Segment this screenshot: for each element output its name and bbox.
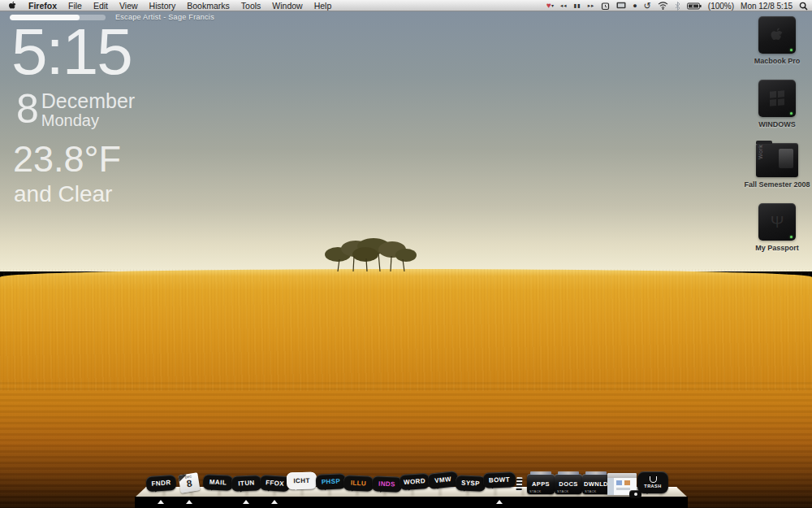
desktop-icon-windows[interactable]: WINDOWS xyxy=(742,80,812,128)
dock-item-system-prefs[interactable]: SYSP xyxy=(456,475,486,492)
running-indicator xyxy=(158,500,164,504)
menu-item-history[interactable]: History xyxy=(149,1,176,11)
menu-item-firefox[interactable]: Firefox xyxy=(28,1,57,11)
menu-bar-status-area: ♥▾ ◂◂ ▮▮ ▸▸ ● ↺ (100%) Mon 12/8 5:15 xyxy=(546,0,808,11)
drive-led xyxy=(790,112,793,115)
dock-item-bowtie[interactable]: BOWT xyxy=(483,471,516,488)
running-indicator xyxy=(186,500,192,504)
desktop: Firefox File Edit View History Bookmarks… xyxy=(0,0,812,508)
dock-base-band xyxy=(135,497,688,508)
dock-item-photoshop[interactable]: PHSP xyxy=(316,473,347,489)
menu-bar-clock[interactable]: Mon 12/8 5:15 xyxy=(741,2,793,11)
dock-item-itunes[interactable]: ITUN xyxy=(231,475,262,492)
apple-menu[interactable] xyxy=(8,1,17,11)
dock-stack-apps[interactable]: APPS STACK xyxy=(527,474,555,494)
windows-logo-icon xyxy=(770,90,784,106)
itunes-heart-icon[interactable]: ♥▾ xyxy=(546,2,554,10)
widget-temperature: 23.8°F xyxy=(13,141,135,177)
dock-item-word[interactable]: WORD xyxy=(399,473,430,491)
menu-item-help[interactable]: Help xyxy=(314,1,332,11)
wifi-icon[interactable] xyxy=(658,2,668,10)
dock-item-finder[interactable]: FNDR xyxy=(145,475,176,493)
song-title: Escape Artist - Sage Francis xyxy=(115,13,214,21)
dock: FNDR DEC 8 MAIL ITUN FFOX ICHT PHSP ILLU… xyxy=(0,459,812,508)
running-indicator xyxy=(243,500,249,504)
drive-led xyxy=(790,236,793,238)
desktop-icon-label: Macbook Pro xyxy=(742,57,812,65)
song-progress-bar[interactable] xyxy=(10,15,106,20)
dock-stack-docs[interactable]: DOCS STACK xyxy=(555,474,582,494)
song-progress-fill xyxy=(10,15,80,20)
bluetooth-icon[interactable] xyxy=(675,2,680,11)
ical-day-label: 8 xyxy=(179,476,200,491)
fast-forward-icon[interactable]: ▸▸ xyxy=(588,3,595,9)
work-folder-icon: Work xyxy=(756,143,798,177)
widget-date: 8 December Monday xyxy=(16,91,135,129)
battery-icon[interactable] xyxy=(687,2,702,10)
desktop-icon-my-passport[interactable]: Ψ My Passport xyxy=(742,203,812,252)
dock-item-firefox[interactable]: FFOX xyxy=(259,475,290,493)
desktop-icon-label: Fall Semester 2008 xyxy=(742,180,812,189)
dock-divider xyxy=(516,477,523,491)
drive-led xyxy=(790,49,793,51)
menu-bar: Firefox File Edit View History Bookmarks… xyxy=(0,0,812,11)
rewind-icon[interactable]: ◂◂ xyxy=(560,3,568,9)
disc-icon[interactable]: ● xyxy=(633,2,637,10)
running-indicator xyxy=(496,500,503,504)
running-indicator xyxy=(271,500,278,504)
battery-percentage: (100%) xyxy=(708,2,734,11)
time-machine-icon[interactable]: ↺ xyxy=(644,2,651,11)
alarm-clock-icon[interactable] xyxy=(601,2,610,11)
menu-item-tools[interactable]: Tools xyxy=(241,1,261,11)
dock-item-vmware[interactable]: VMW xyxy=(427,471,459,489)
widget-day-number: 8 xyxy=(16,91,39,128)
desktop-icon-label: My Passport xyxy=(742,244,812,252)
wallpaper-grass-texture xyxy=(0,269,812,391)
now-playing-widget: Escape Artist - Sage Francis xyxy=(0,13,214,21)
menu-item-window[interactable]: Window xyxy=(272,1,302,11)
desktop-icon-fall-semester[interactable]: Work Fall Semester 2008 xyxy=(742,143,812,189)
clock-widget: 5:15 8 December Monday 23.8°F and Clear xyxy=(11,20,135,208)
dock-item-illustrator[interactable]: ILLU xyxy=(343,475,374,492)
trash-icon xyxy=(650,476,657,483)
widget-condition: and Clear xyxy=(14,180,135,208)
menu-item-view[interactable]: View xyxy=(119,1,138,11)
menu-item-edit[interactable]: Edit xyxy=(93,1,108,11)
menu-bar-left: Firefox File Edit View History Bookmarks… xyxy=(0,1,331,11)
dock-item-ichat[interactable]: ICHT xyxy=(287,472,317,490)
minimized-window-thumbnail[interactable] xyxy=(607,473,637,495)
dock-item-indesign[interactable]: INDS xyxy=(372,475,403,492)
desktop-icon-macbook-pro[interactable]: Macbook Pro xyxy=(742,16,812,65)
spotlight-icon[interactable] xyxy=(799,2,808,11)
dock-item-trash[interactable]: TRASH xyxy=(637,471,668,493)
dock-item-ical[interactable]: DEC 8 xyxy=(178,472,200,493)
dock-item-mail[interactable]: MAIL xyxy=(203,474,234,491)
widget-weekday: Monday xyxy=(41,111,135,129)
menu-item-bookmarks[interactable]: Bookmarks xyxy=(187,1,230,11)
display-icon[interactable] xyxy=(616,2,626,10)
menu-item-file[interactable]: File xyxy=(68,1,82,11)
usb-drive-icon: Ψ xyxy=(758,203,796,241)
windows-drive-icon xyxy=(758,80,796,117)
widget-month: December xyxy=(41,91,135,111)
internal-drive-icon xyxy=(758,16,796,54)
minimized-window-sidebar xyxy=(607,478,614,495)
widget-time: 5:15 xyxy=(11,20,135,85)
wallpaper-trees xyxy=(315,237,421,272)
desktop-icon-label: WINDOWS xyxy=(742,120,812,128)
pause-icon[interactable]: ▮▮ xyxy=(573,3,581,9)
dock-stack-downloads[interactable]: DWNLD STACK xyxy=(582,474,610,494)
